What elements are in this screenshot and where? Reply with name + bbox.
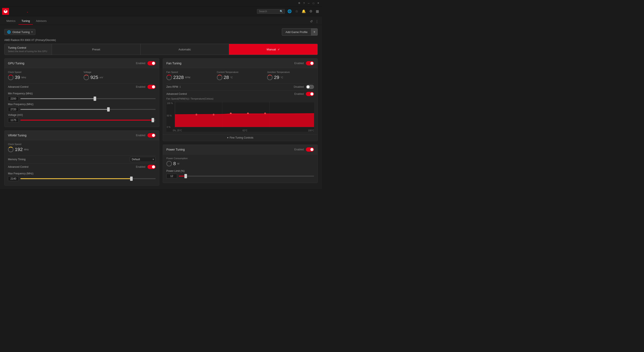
memory-timing-row: Memory Timing Default Fast Faster ▾ — [8, 155, 156, 163]
help-titlebar-icon[interactable]: ? — [302, 1, 306, 5]
search-icon: 🔍 — [280, 10, 283, 13]
current-temp-unit: °C — [230, 76, 233, 79]
gpu-advanced-control-toggle[interactable] — [148, 85, 156, 89]
tuning-control-label: Tuning Control Select the level of tunin… — [4, 44, 52, 55]
fine-tuning-controls[interactable]: ▾ Fine Tuning Controls — [163, 134, 318, 141]
gpu-tuning-status: Enabled — [136, 62, 145, 65]
junction-temp-label: Junction Temperature — [267, 71, 314, 73]
junction-temp-spinner — [267, 75, 273, 80]
vram-clock-box: Clock Speed 192 MHz — [8, 143, 156, 152]
svg-marker-7 — [175, 113, 314, 127]
tab-advisors[interactable]: Advisors — [33, 17, 50, 25]
bell-icon[interactable]: 🔔 — [301, 8, 307, 14]
grid-icon[interactable]: ▦ — [315, 8, 320, 14]
top-controls: 🌐 Global Tuning ▾ Add Game Profile + — [4, 28, 318, 36]
tuning-option-automatic[interactable]: Automatic — [140, 44, 229, 55]
global-tuning-selector[interactable]: 🌐 Global Tuning ▾ — [4, 29, 36, 35]
search-input[interactable] — [259, 10, 280, 13]
memory-timing-select[interactable]: Default Fast Faster — [130, 157, 156, 162]
topnav: 🔍 🌐 ☆ 🔔 ⚙ ▦ — [0, 6, 322, 16]
min-freq-label: Min Frequency (MHz) — [8, 92, 156, 95]
current-temp-box: Current Temperature 28 °C — [217, 71, 264, 80]
voltage-mv-value: 1175 — [8, 118, 19, 122]
vram-tuning-toggle[interactable] — [148, 133, 156, 137]
tuning-control-title: Tuning Control — [8, 46, 48, 49]
vram-advanced-control-toggle[interactable] — [148, 165, 156, 169]
power-limit-thumb[interactable] — [184, 174, 187, 178]
search-box[interactable]: 🔍 — [257, 9, 285, 14]
nav-gaming[interactable] — [17, 10, 18, 12]
vram-clock-number: 192 — [15, 147, 23, 152]
gpu-stat-row: Clock Speed 39 MHz Voltage 925 — [8, 71, 156, 80]
nav-performance[interactable] — [27, 10, 28, 12]
vram-tuning-title: VRAM Tuning — [8, 134, 136, 137]
vram-max-freq-fill — [20, 178, 132, 179]
add-game-profile-button[interactable]: Add Game Profile + — [282, 28, 318, 36]
add-game-profile-plus-icon: + — [311, 28, 318, 35]
tuning-option-preset[interactable]: Preset — [52, 44, 140, 55]
vram-tuning-body: Clock Speed 192 MHz Memory Timing — [4, 140, 159, 185]
zero-rpm-toggle[interactable] — [306, 85, 314, 89]
tab-metrics[interactable]: Metrics — [4, 17, 18, 25]
vram-max-freq-track[interactable] — [20, 178, 156, 179]
chart-x-label-0: 0%, 25°C — [173, 129, 182, 132]
minimize-button[interactable]: ─ — [306, 1, 311, 5]
fan-advanced-control-toggle[interactable] — [306, 92, 314, 96]
zero-rpm-row: Zero RPM ℹ Disabled — [166, 83, 314, 90]
global-tuning-label: Global Tuning — [12, 30, 30, 34]
junction-temp-value: 29 °C — [267, 75, 314, 80]
min-freq-thumb[interactable] — [94, 96, 96, 101]
nav-home[interactable] — [12, 10, 12, 12]
tuning-option-manual[interactable]: Manual ✓ — [229, 44, 318, 55]
more-icon[interactable]: ⋮ — [315, 19, 318, 23]
vram-max-freq-thumb[interactable] — [130, 177, 133, 181]
nav-right: 🔍 🌐 ☆ 🔔 ⚙ ▦ — [257, 8, 320, 14]
star-icon[interactable]: ☆ — [294, 8, 299, 14]
vram-clock-spinner — [8, 147, 14, 152]
gpu-tuning-header: GPU Tuning Enabled — [4, 58, 159, 68]
fan-advanced-control-status: Enabled — [294, 92, 304, 95]
max-freq-label: Max Frequency (MHz) — [8, 103, 156, 106]
max-freq-track[interactable] — [20, 109, 156, 110]
main-content: 🌐 Global Tuning ▾ Add Game Profile + AMD… — [0, 25, 322, 189]
gpu-advanced-control-label: Advanced Control — [8, 85, 136, 88]
power-limit-row: 12 — [166, 174, 314, 178]
vram-clock-unit: MHz — [24, 148, 29, 151]
vram-tuning-header: VRAM Tuning Enabled — [4, 131, 159, 140]
min-freq-row: 2200 — [8, 96, 156, 101]
clock-speed-number: 39 — [15, 75, 20, 80]
power-limit-track[interactable] — [179, 176, 314, 177]
maximize-button[interactable]: □ — [311, 1, 316, 5]
fan-speed-value: 2328 RPM — [166, 75, 214, 80]
voltage-mv-thumb[interactable] — [152, 118, 154, 122]
vram-max-freq-section: Max Frequency (MHz) 2140 — [8, 172, 156, 181]
nav-streaming[interactable] — [22, 10, 23, 12]
globe-icon: 🌐 — [7, 30, 11, 34]
voltage-unit: mV — [100, 76, 103, 79]
voltage-mv-track[interactable] — [20, 120, 156, 121]
settings-titlebar-icon[interactable]: ⚙ — [297, 1, 302, 5]
fan-stat-row: Fan Speed 2328 RPM Current Temperature — [166, 71, 314, 80]
max-freq-thumb[interactable] — [107, 107, 110, 111]
fan-tuning-toggle[interactable] — [306, 61, 314, 65]
fan-speed-unit: RPM — [185, 76, 190, 79]
fan-advanced-control-label: Advanced Control — [166, 92, 294, 95]
globe-icon[interactable]: 🌐 — [286, 8, 292, 14]
refresh-icon[interactable]: ↺ — [310, 19, 313, 23]
tuning-control-subtitle: Select the level of tuning for this GPU — [8, 50, 48, 52]
min-freq-section: Min Frequency (MHz) 2200 — [8, 92, 156, 101]
gpu-tuning-toggle[interactable] — [148, 61, 156, 65]
min-freq-track[interactable] — [20, 98, 156, 99]
power-tuning-title: Power Tuning — [166, 148, 294, 151]
chart-x-label-2: 100°C — [308, 129, 314, 132]
power-tuning-body: Power Consumption 8 W Power Limit (%) — [163, 154, 318, 183]
tab-tuning[interactable]: Tuning — [18, 17, 33, 25]
settings-icon[interactable]: ⚙ — [308, 8, 313, 14]
close-button[interactable]: ✕ — [316, 1, 320, 5]
current-temp-value: 28 °C — [217, 75, 264, 80]
vram-tuning-panel: VRAM Tuning Enabled Clock Speed 192 MHz — [4, 130, 159, 186]
gpu-advanced-control-status: Enabled — [136, 85, 145, 88]
power-limit-section: Power Limit (%) 12 — [166, 169, 314, 178]
power-tuning-toggle[interactable] — [306, 147, 314, 152]
voltage-mv-fill — [20, 120, 153, 121]
